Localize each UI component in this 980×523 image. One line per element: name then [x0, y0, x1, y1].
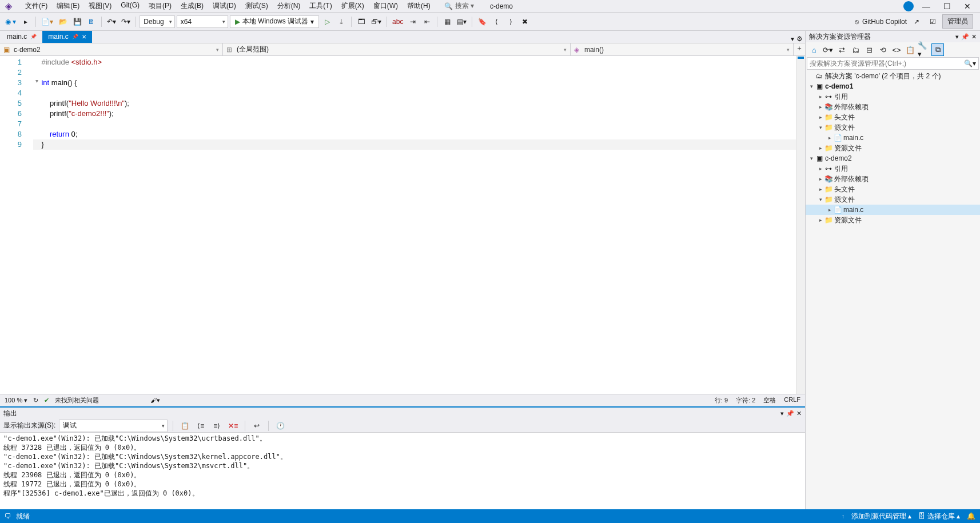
props-icon[interactable]: ▤▾ — [455, 15, 468, 28]
menu-item[interactable]: 编辑(E) — [52, 0, 84, 12]
bookmark-next-icon[interactable]: ⟩ — [504, 15, 517, 28]
tool-b-icon[interactable]: 🗗▾ — [369, 15, 383, 28]
brush-icon[interactable]: 🖌▾ — [150, 397, 160, 404]
close-tab-icon[interactable]: ✕ — [82, 34, 86, 40]
tree-row[interactable]: ▾▣c-demo2 — [806, 153, 980, 163]
refresh-tree-icon[interactable]: ⟲ — [877, 43, 889, 56]
tool-a-icon[interactable]: 🗔 — [355, 15, 368, 28]
share-icon[interactable]: ↗ — [910, 15, 923, 28]
code-editor[interactable]: 123456789 ▾ #include <stdio.h> int main(… — [0, 56, 805, 394]
panel-close-icon[interactable]: ✕ — [796, 410, 802, 417]
menu-item[interactable]: 工具(T) — [305, 0, 336, 12]
start-nodbg-button[interactable]: ▷ — [321, 15, 333, 28]
outdent-button[interactable]: ⇤ — [421, 15, 433, 28]
menu-item[interactable]: 窗口(W) — [369, 0, 403, 12]
tree-row[interactable]: ▸⊶引用 — [806, 91, 980, 102]
start-debug-button[interactable]: ▶本地 Windows 调试器 ▾ — [230, 15, 319, 28]
panel-menu-icon[interactable]: ▾ — [780, 410, 784, 417]
tree-row[interactable]: ▸📚外部依赖项 — [806, 102, 980, 112]
tree-row[interactable]: ▸📁头文件 — [806, 112, 980, 122]
feedback-icon[interactable]: ☑ — [926, 15, 939, 28]
indent-button[interactable]: ⇥ — [407, 15, 419, 28]
step-into-button[interactable]: ⤓ — [335, 15, 348, 28]
editor-tab[interactable]: main.c📌✕ — [42, 31, 91, 43]
config-combo[interactable]: Debug — [140, 15, 174, 28]
toolbox-icon[interactable]: ▦ — [441, 15, 453, 28]
sidebar-search-input[interactable] — [810, 59, 964, 67]
preview-icon[interactable]: ⧉ — [931, 43, 944, 56]
redo-button[interactable]: ↷▾ — [119, 15, 132, 28]
tree-row[interactable]: ▾📁源文件 — [806, 194, 980, 205]
props-tree-icon[interactable]: 📋 — [904, 43, 917, 56]
output-find-icon[interactable]: 📋 — [178, 420, 191, 432]
sidebar-close-icon[interactable]: ✕ — [971, 33, 977, 41]
output-wrap-icon[interactable]: ↩ — [250, 420, 263, 432]
pin-icon[interactable]: 📌 — [72, 34, 78, 39]
code-icon[interactable]: <> — [890, 43, 903, 56]
ws-indicator[interactable]: 空格 — [763, 396, 776, 405]
line-indicator[interactable]: 行: 9 — [715, 396, 728, 405]
menu-item[interactable]: 帮助(H) — [403, 0, 435, 12]
nav-filter-combo[interactable]: ⊞ (全局范围) — [223, 43, 571, 55]
output-time-icon[interactable]: 🕐 — [274, 420, 286, 432]
fold-icon[interactable]: ▾ — [35, 78, 38, 84]
new-project-button[interactable]: 📄▾ — [39, 15, 55, 28]
minimize-button[interactable]: — — [918, 1, 934, 12]
menu-item[interactable]: 扩展(X) — [337, 0, 369, 12]
open-file-button[interactable]: 📂 — [57, 15, 69, 28]
avatar-icon[interactable] — [903, 1, 914, 11]
nav-scope-combo[interactable]: ▣ c-demo2 — [0, 43, 223, 55]
output-prev-icon[interactable]: ⟨≡ — [194, 420, 207, 432]
menu-item[interactable]: 视图(V) — [84, 0, 116, 12]
tree-row[interactable]: ▾📁源文件 — [806, 122, 980, 133]
output-source-combo[interactable]: 调试 — [59, 420, 168, 432]
nav-plus-icon[interactable]: ＋ — [794, 43, 805, 55]
tab-menu-icon[interactable]: ▾ — [791, 35, 794, 43]
tree-row[interactable]: ▾▣c-demo1 — [806, 81, 980, 91]
tree-row[interactable]: 🗂解决方案 'c-demo' (2 个项目，共 2 个) — [806, 71, 980, 81]
navigate-back-button[interactable]: ◉ ▾ — [3, 15, 18, 28]
pin-icon[interactable]: 📌 — [30, 34, 37, 39]
solution-tree[interactable]: 🗂解决方案 'c-demo' (2 个项目，共 2 个)▾▣c-demo1▸⊶引… — [806, 70, 980, 509]
sidebar-search-icon[interactable]: 🔍▾ — [964, 59, 976, 67]
notifications-icon[interactable]: 🔔 — [967, 512, 975, 520]
tree-row[interactable]: ▸📄main.c — [806, 205, 980, 215]
maximize-button[interactable]: ☐ — [939, 1, 955, 12]
vertical-scrollbar[interactable] — [796, 56, 805, 394]
nav-member-combo[interactable]: ◈ main() — [571, 43, 794, 55]
output-content[interactable]: "c-demo1.exe"(Win32): 已加载"C:\Windows\Sys… — [0, 433, 805, 509]
menu-item[interactable]: Git(G) — [116, 0, 144, 12]
tree-row[interactable]: ▸⊶引用 — [806, 163, 980, 174]
platform-combo[interactable]: x64 — [177, 15, 228, 28]
menu-item[interactable]: 调试(D) — [208, 0, 241, 12]
tree-row[interactable]: ▸📁资源文件 — [806, 143, 980, 153]
menu-item[interactable]: 分析(N) — [273, 0, 305, 12]
tab-gear-icon[interactable]: ⚙ — [796, 35, 803, 43]
pin-icon[interactable]: 📌 — [786, 410, 794, 417]
eol-indicator[interactable]: CRLF — [784, 396, 800, 405]
show-all-icon[interactable]: 🗂 — [849, 43, 862, 56]
tree-row[interactable]: ▸📚外部依赖项 — [806, 174, 980, 184]
menu-item[interactable]: 生成(B) — [176, 0, 208, 12]
menu-item[interactable]: 项目(P) — [144, 0, 176, 12]
bookmark-prev-icon[interactable]: ⟨ — [490, 15, 503, 28]
save-all-button[interactable]: 🗎 — [85, 15, 98, 28]
switch-view-icon[interactable]: ⇄ — [835, 43, 848, 56]
bookmark-icon[interactable]: 🔖 — [476, 15, 488, 28]
wrench-icon[interactable]: 🔧▾ — [918, 43, 930, 56]
zoom-combo[interactable]: 100 % ▾ — [5, 397, 27, 404]
bookmark-clear-icon[interactable]: ✖ — [519, 15, 531, 28]
refresh-icon[interactable]: ↻ — [33, 397, 38, 404]
tree-row[interactable]: ▸📁头文件 — [806, 184, 980, 194]
sidebar-pin-icon[interactable]: 📌 — [961, 33, 969, 41]
issues-label[interactable]: 未找到相关问题 — [55, 396, 99, 405]
undo-button[interactable]: ↶▾ — [105, 15, 118, 28]
save-button[interactable]: 💾 — [71, 15, 83, 28]
col-indicator[interactable]: 字符: 2 — [736, 396, 755, 405]
copilot-label[interactable]: GitHub Copilot — [862, 18, 907, 26]
global-search[interactable]: 🔍 搜索 ▾ — [444, 1, 474, 11]
collapse-icon[interactable]: ⊟ — [863, 43, 875, 56]
output-clear-icon[interactable]: ✕≡ — [226, 420, 240, 432]
navigate-fwd-button[interactable]: ▸ — [19, 15, 32, 28]
sidebar-menu-icon[interactable]: ▾ — [955, 33, 959, 41]
